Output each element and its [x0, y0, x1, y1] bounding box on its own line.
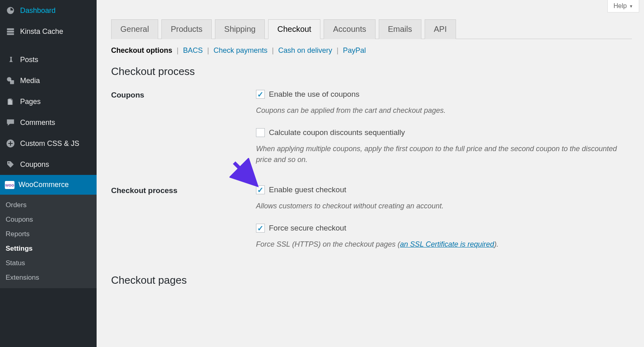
plus-circle-icon	[5, 139, 16, 148]
submenu-item-reports[interactable]: Reports	[0, 227, 97, 241]
sidebar-item-coupons[interactable]: Coupons	[0, 154, 97, 175]
main-content: Help ▼ General Products Shipping Checkou…	[97, 0, 644, 347]
sidebar-item-woocommerce[interactable]: woo WooCommerce	[0, 175, 97, 195]
submenu-item-status[interactable]: Status	[0, 256, 97, 270]
tab-accounts[interactable]: Accounts	[324, 19, 375, 39]
svg-rect-0	[7, 28, 14, 30]
checkbox-enable-coupons[interactable]	[256, 90, 265, 99]
chevron-down-icon: ▼	[629, 4, 633, 8]
dashboard-icon	[5, 6, 16, 15]
description-sequential-discounts: When applying multiple coupons, apply th…	[256, 143, 632, 165]
option-enable-coupons[interactable]: Enable the use of coupons	[256, 90, 632, 99]
submenu-item-settings[interactable]: Settings	[0, 241, 97, 256]
sidebar-item-label: Custom CSS & JS	[20, 139, 79, 148]
section-link-cash-on-delivery[interactable]: Cash on delivery	[278, 46, 332, 54]
submenu-item-extensions[interactable]: Extensions	[0, 270, 97, 285]
svg-rect-1	[7, 31, 14, 32]
submenu-item-orders[interactable]: Orders	[0, 198, 97, 212]
pages-icon	[5, 97, 16, 106]
description-enable-coupons: Coupons can be applied from the cart and…	[256, 105, 632, 116]
description-guest-checkout: Allows customers to checkout without cre…	[256, 201, 632, 212]
tab-api[interactable]: API	[425, 19, 456, 39]
sidebar-item-label: Pages	[20, 98, 41, 106]
option-force-secure[interactable]: Force secure checkout	[256, 224, 632, 233]
sidebar-item-dashboard[interactable]: Dashboard	[0, 0, 97, 21]
row-coupons: Coupons Enable the use of coupons Coupon…	[111, 90, 632, 177]
svg-rect-2	[7, 33, 14, 35]
svg-point-6	[8, 162, 10, 164]
settings-tabs: General Products Shipping Checkout Accou…	[111, 19, 632, 39]
sidebar-item-pages[interactable]: Pages	[0, 91, 97, 112]
sidebar-item-label: Comments	[20, 118, 55, 127]
section-link-check-payments[interactable]: Check payments	[213, 46, 267, 54]
help-tab[interactable]: Help ▼	[607, 0, 639, 12]
checkbox-force-secure[interactable]	[256, 224, 265, 233]
section-links: Checkout options | BACS | Check payments…	[111, 39, 632, 62]
media-icon	[5, 76, 16, 85]
section-link-checkout-options[interactable]: Checkout options	[111, 46, 172, 54]
checkbox-label: Enable the use of coupons	[269, 90, 359, 99]
comment-icon	[5, 118, 16, 127]
database-icon	[5, 27, 16, 36]
svg-rect-4	[10, 80, 14, 84]
sidebar-item-label: Kinsta Cache	[20, 27, 63, 36]
sidebar-item-custom-css-js[interactable]: Custom CSS & JS	[0, 133, 97, 154]
section-title-checkout-process: Checkout process	[111, 65, 632, 78]
checkbox-label: Force secure checkout	[269, 224, 346, 233]
tag-icon	[5, 160, 16, 169]
sidebar-item-label: Dashboard	[20, 6, 56, 15]
sidebar-item-comments[interactable]: Comments	[0, 112, 97, 133]
section-link-bacs[interactable]: BACS	[183, 46, 203, 54]
tab-general[interactable]: General	[111, 19, 158, 39]
tab-emails[interactable]: Emails	[379, 19, 421, 39]
pin-icon	[5, 55, 16, 64]
checkbox-label: Calculate coupon discounts sequentially	[269, 128, 405, 137]
submenu-item-coupons[interactable]: Coupons	[0, 212, 97, 227]
row-checkout-process: Checkout process Enable guest checkout A…	[111, 185, 632, 262]
option-sequential-discounts[interactable]: Calculate coupon discounts sequentially	[256, 128, 632, 137]
help-label: Help	[613, 2, 627, 10]
tab-products[interactable]: Products	[161, 19, 212, 39]
tab-checkout[interactable]: Checkout	[268, 19, 321, 39]
sidebar-item-label: Media	[20, 77, 40, 85]
admin-sidebar: Dashboard Kinsta Cache Posts Media Pages…	[0, 0, 97, 347]
description-force-secure: Force SSL (HTTPS) on the checkout pages …	[256, 239, 632, 250]
sidebar-item-label: Coupons	[20, 160, 49, 169]
checkbox-label: Enable guest checkout	[269, 185, 346, 194]
sidebar-item-posts[interactable]: Posts	[0, 49, 97, 70]
checkbox-sequential-discounts[interactable]	[256, 128, 265, 137]
sidebar-item-label: WooCommerce	[19, 181, 69, 189]
row-label-checkout-process: Checkout process	[111, 185, 256, 195]
tab-shipping[interactable]: Shipping	[215, 19, 265, 39]
woocommerce-icon: woo	[5, 181, 14, 189]
sidebar-submenu: Orders Coupons Reports Settings Status E…	[0, 195, 97, 288]
checkbox-guest-checkout[interactable]	[256, 185, 265, 194]
section-title-checkout-pages: Checkout pages	[111, 274, 632, 287]
ssl-required-link[interactable]: an SSL Certificate is required	[400, 240, 494, 248]
option-guest-checkout[interactable]: Enable guest checkout	[256, 185, 632, 194]
section-link-paypal[interactable]: PayPal	[343, 46, 366, 54]
row-label-coupons: Coupons	[111, 90, 256, 100]
sidebar-item-label: Posts	[20, 56, 38, 64]
sidebar-item-kinsta-cache[interactable]: Kinsta Cache	[0, 21, 97, 42]
sidebar-item-media[interactable]: Media	[0, 70, 97, 91]
